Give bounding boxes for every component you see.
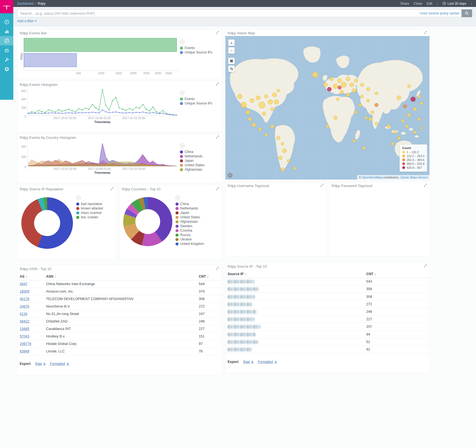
legend-item[interactable]: Ukraine (175, 237, 214, 241)
as-number-link[interactable]: 16509 (20, 290, 29, 293)
attack-map-marker[interactable] (397, 96, 401, 100)
expand-panel-icon[interactable] (216, 186, 219, 191)
unique-source-ips-bar[interactable] (24, 53, 77, 67)
attack-map-marker[interactable] (279, 156, 282, 160)
as-number-link[interactable]: 45178 (20, 297, 29, 301)
sidebar-item-management[interactable] (0, 64, 13, 74)
attack-map-marker[interactable] (336, 98, 339, 101)
attack-map-marker[interactable] (334, 116, 337, 120)
attack-map-marker[interactable] (397, 136, 401, 140)
attack-map[interactable]: + − Count 1 – 132.2132.2 – 263.4263.4 – … (225, 36, 429, 180)
export-formatted-link[interactable]: Formatted (50, 362, 69, 366)
openstreetmap-link[interactable]: OpenStreetMap (362, 176, 382, 179)
legend-toggle-icon[interactable]: » (180, 40, 184, 44)
column-header-asn[interactable]: ASN▲▼ (44, 273, 197, 280)
legend-item[interactable]: Unique Source IPs (180, 101, 222, 105)
attack-map-marker[interactable] (346, 77, 350, 81)
attack-map-marker[interactable] (281, 142, 284, 145)
attack-map-marker[interactable] (375, 103, 378, 107)
attack-map-marker[interactable] (365, 116, 368, 119)
attack-map-marker[interactable] (413, 130, 417, 134)
attack-map-marker[interactable] (387, 124, 391, 128)
attack-map-marker[interactable] (264, 94, 268, 98)
sidebar-item-discover[interactable] (0, 17, 13, 27)
attack-map-marker[interactable] (375, 92, 378, 95)
attack-map-marker[interactable] (407, 113, 411, 117)
attack-map-marker[interactable] (333, 84, 338, 89)
attack-map-marker[interactable] (360, 95, 364, 98)
column-header-cnt[interactable]: CNT▲▼ (364, 270, 429, 278)
search-button[interactable] (462, 9, 472, 17)
column-header-as[interactable]: AS▲▼ (17, 273, 44, 280)
search-input[interactable] (17, 9, 462, 17)
breadcrumb-dashboard-link[interactable]: Dashboard (17, 2, 34, 6)
attack-map-marker[interactable] (262, 112, 266, 116)
map-attribution-toggle-icon[interactable]: ‹ (228, 173, 233, 178)
reputation-donut-chart[interactable] (18, 193, 76, 251)
attack-map-marker[interactable] (407, 85, 411, 88)
time-forward-icon[interactable]: › (471, 1, 472, 6)
legend-item[interactable]: bad reputation (76, 202, 112, 206)
attack-map-marker[interactable] (330, 77, 334, 81)
edit-button[interactable]: Edit (427, 2, 432, 6)
attack-map-marker[interactable] (375, 122, 378, 125)
attack-map-marker[interactable] (287, 159, 290, 163)
country-area-chart[interactable] (27, 141, 177, 167)
attack-map-marker[interactable] (246, 110, 250, 114)
attack-map-marker[interactable] (256, 96, 260, 100)
attack-map-marker[interactable] (337, 78, 342, 83)
expand-panel-icon[interactable] (424, 183, 427, 188)
attack-map-marker[interactable] (282, 149, 287, 153)
legend-item[interactable]: Czechia (175, 229, 214, 232)
column-header-source-ip[interactable]: Source IP▲▼ (225, 270, 364, 278)
attack-map-marker[interactable] (413, 107, 417, 111)
attack-map-marker[interactable] (401, 119, 404, 122)
as-number-link[interactable]: 206776 (20, 342, 31, 346)
as-number-link[interactable]: 4847 (20, 282, 27, 286)
export-raw-link[interactable]: Raw (243, 360, 254, 364)
attack-map-marker[interactable] (323, 83, 328, 87)
legend-item[interactable]: Afghanistan (180, 168, 222, 171)
expand-panel-icon[interactable] (110, 186, 114, 191)
expand-panel-icon[interactable] (216, 135, 219, 140)
as-number-link[interactable]: 15685 (20, 327, 29, 331)
attack-map-marker[interactable] (358, 103, 362, 107)
expand-panel-icon[interactable] (424, 264, 427, 269)
sidebar-item-bot[interactable] (0, 45, 13, 55)
export-formatted-link[interactable]: Formatted (258, 360, 277, 364)
attack-map-marker[interactable] (250, 98, 254, 103)
attack-map-marker[interactable] (270, 124, 274, 128)
legend-toggle-icon[interactable]: » (175, 196, 180, 200)
expand-panel-icon[interactable] (216, 266, 219, 271)
attack-map-marker[interactable] (264, 133, 268, 137)
attack-map-marker[interactable] (327, 87, 332, 91)
username-tagcloud[interactable] (225, 189, 326, 252)
export-raw-link[interactable]: Raw (35, 362, 46, 366)
events-line-chart[interactable] (27, 88, 177, 116)
attack-map-marker[interactable] (411, 97, 416, 102)
legend-item[interactable]: Japan (180, 159, 222, 163)
expand-panel-icon[interactable] (320, 183, 324, 188)
legend-toggle-icon[interactable]: » (180, 91, 184, 95)
draw-filter-button[interactable] (228, 65, 235, 72)
zoom-out-button[interactable]: − (228, 47, 235, 54)
sidebar-item-visualize[interactable] (0, 27, 13, 36)
time-back-icon[interactable]: ‹ (437, 1, 438, 6)
legend-item[interactable]: mass scanner (76, 211, 112, 215)
attack-map-marker[interactable] (312, 72, 318, 78)
attack-map-marker[interactable] (259, 102, 265, 108)
attack-map-marker[interactable] (352, 139, 356, 142)
legend-toggle-icon[interactable]: » (76, 196, 81, 200)
elastic-maps-service-link[interactable]: Elastic Maps Service (401, 176, 428, 179)
attack-map-marker[interactable] (366, 87, 370, 91)
legend-item[interactable]: United Kingdom (175, 242, 214, 246)
attack-map-marker[interactable] (252, 123, 256, 127)
attack-map-marker[interactable] (326, 125, 329, 128)
attack-map-marker[interactable] (420, 102, 423, 105)
sidebar-item-devtools[interactable] (0, 55, 13, 64)
fit-data-bounds-button[interactable] (228, 58, 235, 64)
legend-item[interactable]: Netherlands (180, 154, 222, 158)
events-bar[interactable] (24, 38, 177, 52)
attack-map-marker[interactable] (340, 90, 344, 94)
attack-map-marker[interactable] (338, 86, 342, 89)
